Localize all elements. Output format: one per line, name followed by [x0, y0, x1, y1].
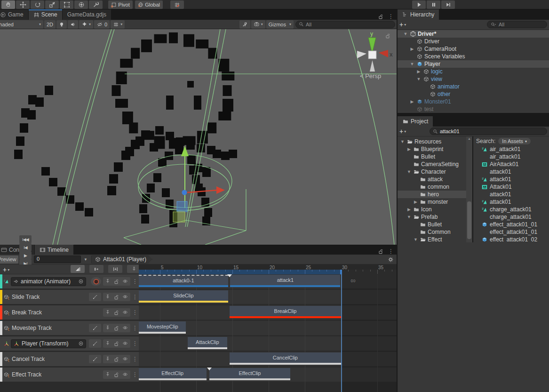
grid-snap-button[interactable] [170, 0, 184, 9]
tree-scrollbar[interactable]: ▲ [466, 136, 472, 242]
lock-icon[interactable] [113, 325, 119, 331]
curve-button[interactable] [89, 339, 101, 348]
eye-icon[interactable] [122, 295, 128, 300]
scene-visibility-toggle[interactable]: 0 [94, 20, 110, 29]
gear-icon[interactable] [388, 256, 397, 263]
prev-frame-button[interactable]: Ι◀ [19, 243, 32, 251]
curve-button[interactable] [89, 293, 101, 301]
track-binding-field[interactable]: Player (Transform) [11, 339, 86, 348]
clip-lanes[interactable]: attack0-1attack1SlideClipBreakClipMovest… [139, 274, 397, 392]
eye-icon[interactable] [122, 372, 128, 377]
folder-prefab[interactable]: ▼Prefab [398, 213, 466, 221]
add-track-button[interactable]: + ▾ [3, 266, 9, 273]
expander-arrow[interactable]: ▼ [406, 169, 412, 174]
result-effect_attack01_02[interactable]: effect_attack01_02 [473, 236, 549, 242]
tab-game[interactable]: Game [0, 9, 29, 20]
tab-gamedata[interactable]: GameData.gdjs [63, 9, 111, 20]
track-effect-track[interactable]: {}Effect Track⋮ [0, 368, 139, 382]
track-break-track[interactable]: {}Break Track⋮ [0, 305, 139, 320]
hierarchy-item-cameraroot[interactable]: ▶CameraRoot [398, 45, 549, 53]
step-button[interactable] [441, 0, 455, 9]
track-slide-track[interactable]: {}Slide Track⋮ [0, 290, 139, 304]
tab-project[interactable]: Project [398, 116, 433, 127]
folder-bullet[interactable]: Bullet [398, 221, 466, 228]
hierarchy-item-driver-[interactable]: ▼Driver* [398, 30, 549, 38]
folder-hero[interactable]: hero [398, 191, 466, 198]
expander-arrow[interactable]: ▼ [406, 215, 412, 219]
audio-toggle[interactable] [68, 20, 78, 29]
hierarchy-item-player[interactable]: ▼Player [398, 60, 549, 68]
custom-tool-button[interactable] [89, 0, 103, 9]
pin-icon[interactable] [105, 294, 111, 300]
hierarchy-item-animator[interactable]: animator [398, 83, 549, 90]
track-player-transform-[interactable]: Player (Transform)⋮ [0, 336, 139, 351]
pin-icon[interactable] [105, 310, 111, 315]
frame-dropdown-arrow[interactable]: ▼ [84, 257, 88, 262]
pin-icon[interactable] [105, 325, 111, 331]
project-add-button[interactable]: + ▾ [399, 128, 406, 135]
result-air_attack01[interactable]: air_attack01 [473, 153, 549, 160]
lock-icon[interactable] [378, 248, 383, 255]
gizmo-lock-icon[interactable] [385, 33, 390, 39]
search-scope-pill[interactable]: In Assets▾ [498, 138, 531, 144]
result-attack01[interactable]: attack01 [473, 168, 549, 176]
hierarchy-item-other[interactable]: other [398, 90, 549, 98]
folder-attack[interactable]: attack [398, 176, 466, 183]
result-attack01[interactable]: attack01 [473, 191, 549, 198]
eye-icon[interactable] [122, 357, 128, 362]
expander-arrow[interactable]: ▼ [416, 77, 422, 81]
expander-arrow[interactable]: ▶ [416, 69, 422, 74]
result-airattack01[interactable]: AirAttack01 [473, 160, 549, 168]
mix-mode-button[interactable] [71, 265, 85, 273]
frame-field[interactable]: 0 [34, 256, 81, 263]
tab-scene[interactable]: Scene [29, 9, 63, 20]
lock-icon[interactable] [113, 341, 119, 347]
clip-edge-button[interactable] [89, 265, 103, 273]
scene-tools-button[interactable] [239, 20, 250, 29]
lock-icon[interactable] [113, 294, 119, 300]
result-attack01[interactable]: Attack01 [473, 183, 549, 191]
timeline-clip[interactable]: attack1 [230, 275, 340, 287]
expander-arrow[interactable]: ▶ [406, 147, 412, 152]
folder-effect[interactable]: ▼Effect [398, 236, 466, 242]
timeline-ruler[interactable]: 5101520253035 [139, 264, 397, 274]
transform-tool-button[interactable] [74, 0, 88, 9]
2d-toggle[interactable]: 2D [44, 20, 56, 29]
timeline-clip[interactable]: MovestepClip [139, 321, 186, 334]
gizmos-dropdown[interactable]: Gizmos▾ [266, 20, 294, 29]
pin-icon[interactable] [105, 372, 111, 377]
track-menu-kebab[interactable]: ⋮ [132, 309, 137, 316]
move-tool-button[interactable] [16, 0, 30, 9]
record-button[interactable] [91, 277, 101, 286]
result-effect_attack01_01[interactable]: effect_attack01_01 [473, 228, 549, 236]
pause-button[interactable] [427, 0, 440, 9]
preview-toggle[interactable]: Preview [0, 256, 18, 264]
global-toggle[interactable]: Global [135, 0, 163, 9]
track-menu-kebab[interactable]: ⋮ [132, 356, 137, 362]
tab-hierarchy[interactable]: Hierarchy [398, 9, 439, 20]
clip-boundary-marker[interactable] [227, 274, 232, 277]
expander-arrow[interactable]: ▶ [409, 47, 415, 51]
hierarchy-add-button[interactable]: + ▾ [399, 21, 406, 28]
eye-icon[interactable] [122, 279, 128, 284]
eye-icon[interactable] [122, 341, 128, 346]
timeline-clip[interactable]: CancelClip [230, 352, 341, 365]
track-animator-animator-[interactable]: animator (Animator)⋮ [0, 274, 139, 288]
folder-common[interactable]: common [398, 183, 466, 191]
hierarchy-item-monster01[interactable]: ▶Monster01 [398, 98, 549, 105]
pin-icon[interactable] [105, 356, 111, 362]
timeline-clip[interactable]: attack0-1 [139, 275, 228, 287]
track-menu-kebab[interactable]: ⋮ [132, 294, 137, 300]
lock-icon[interactable] [378, 14, 383, 20]
hand-tool-button[interactable] [1, 0, 15, 9]
pin-icon[interactable] [105, 341, 111, 346]
curve-button[interactable] [89, 324, 101, 332]
object-picker-icon[interactable] [78, 279, 84, 284]
eye-icon[interactable] [122, 310, 128, 315]
folder-bullet[interactable]: Bullet [398, 153, 466, 160]
timeline-clip[interactable]: BreakClip [230, 306, 341, 318]
scrollbar-thumb[interactable] [467, 201, 471, 239]
timeline-clip[interactable]: EffectClip [209, 368, 290, 380]
track-movestep-track[interactable]: {}Movestep Track⋮ [0, 321, 139, 335]
track-menu-kebab[interactable]: ⋮ [132, 325, 137, 331]
